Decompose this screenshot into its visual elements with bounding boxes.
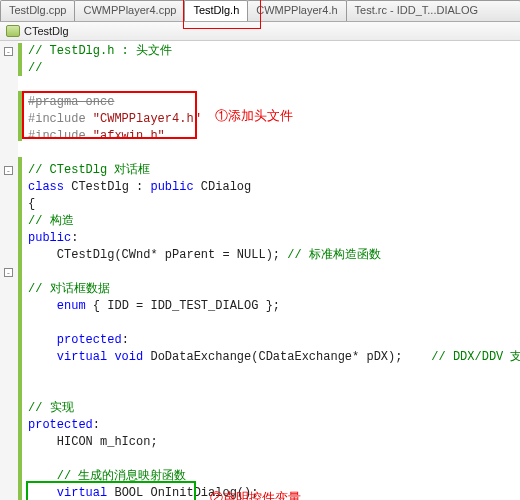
code-text: protected bbox=[28, 333, 122, 347]
code-editor[interactable]: - - - // TestDlg.h : 头文件 // #pragma once… bbox=[0, 41, 520, 500]
tab-test-rc[interactable]: Test.rc - IDD_T...DIALOG bbox=[346, 0, 520, 21]
code-text: { bbox=[28, 197, 35, 211]
code-text: // 对话框数据 bbox=[28, 282, 110, 296]
code-text: // 标准构造函数 bbox=[287, 248, 381, 262]
code-text: #include bbox=[28, 112, 93, 126]
annotation-2: ②声明控件变量 bbox=[210, 489, 301, 500]
code-text: virtual bbox=[57, 486, 107, 500]
class-name: CTestDlg bbox=[24, 25, 69, 37]
code-text: class bbox=[28, 180, 64, 194]
code-text: #include bbox=[28, 129, 93, 143]
code-text: #pragma once bbox=[28, 95, 114, 109]
code-text: virtual void bbox=[57, 350, 143, 364]
code-text: : bbox=[71, 231, 78, 245]
code-text: // 实现 bbox=[28, 401, 74, 415]
class-navigator[interactable]: CTestDlg bbox=[0, 22, 520, 41]
annotation-1: ①添加头文件 bbox=[215, 107, 293, 124]
tab-testdlg-cpp[interactable]: TestDlg.cpp bbox=[0, 0, 75, 21]
code-text: // bbox=[28, 61, 42, 75]
tab-testdlg-h[interactable]: TestDlg.h bbox=[184, 0, 248, 21]
code-text: public bbox=[150, 180, 193, 194]
code-text: DoDataExchange(CDataExchange* pDX); bbox=[143, 350, 431, 364]
tab-cwmpplayer4-h[interactable]: CWMPPlayer4.h bbox=[247, 0, 346, 21]
code-text: "afxwin.h" bbox=[93, 129, 165, 143]
code-text bbox=[28, 299, 57, 313]
tab-bar: TestDlg.cpp CWMPPlayer4.cpp TestDlg.h CW… bbox=[0, 0, 520, 22]
code-text: enum bbox=[57, 299, 86, 313]
code-text: // CTestDlg 对话框 bbox=[28, 163, 150, 177]
code-text: public bbox=[28, 231, 71, 245]
code-text: CDialog bbox=[194, 180, 252, 194]
class-icon bbox=[6, 25, 20, 37]
code-text: // TestDlg.h : 头文件 bbox=[28, 44, 172, 58]
code-text: "CWMPPlayer4.h" bbox=[93, 112, 201, 126]
code-text: // 生成的消息映射函数 bbox=[28, 469, 186, 483]
code-text: // DDX/DDV 支持 bbox=[431, 350, 520, 364]
code-text: HICON m_hIcon; bbox=[28, 435, 158, 449]
code-text bbox=[28, 350, 57, 364]
code-text: CTestDlg : bbox=[64, 180, 150, 194]
tab-cwmpplayer4-cpp[interactable]: CWMPPlayer4.cpp bbox=[74, 0, 185, 21]
code-text bbox=[28, 486, 57, 500]
code-text: // 构造 bbox=[28, 214, 74, 228]
code-text: { IDD = IDD_TEST_DIALOG }; bbox=[86, 299, 280, 313]
code-text: protected bbox=[28, 418, 93, 432]
code-text: : bbox=[93, 418, 100, 432]
code-text: CTestDlg(CWnd* pParent = NULL); bbox=[28, 248, 287, 262]
code-text: : bbox=[122, 333, 129, 347]
